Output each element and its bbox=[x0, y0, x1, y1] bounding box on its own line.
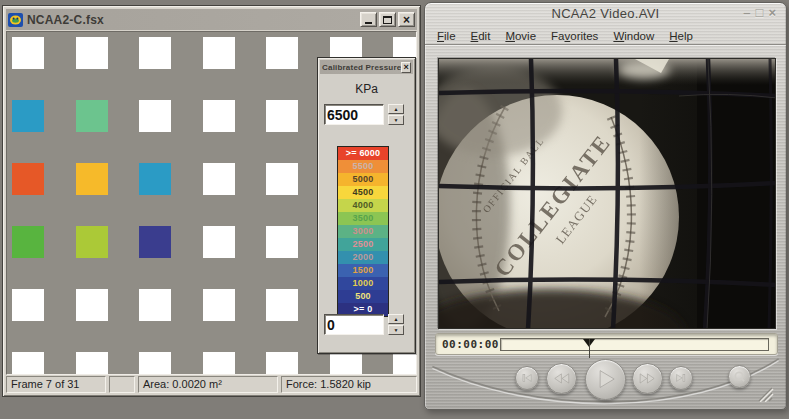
pressure-cell bbox=[76, 352, 108, 375]
pressure-cell bbox=[139, 352, 171, 375]
min-pressure-row: ▲ ▼ bbox=[324, 314, 404, 335]
pressure-cell bbox=[12, 37, 44, 69]
menu-bar: FileEditMovieFavoritesWindowHelp bbox=[425, 27, 786, 45]
arrow-up-icon: ▲ bbox=[394, 316, 399, 322]
fast-forward-icon bbox=[637, 368, 658, 389]
scale-row: 2000 bbox=[338, 251, 388, 264]
quicktime-icon bbox=[732, 369, 747, 384]
pressure-cell bbox=[139, 100, 171, 132]
status-area: Area: 0.0020 m² bbox=[138, 376, 278, 393]
scale-row: 3000 bbox=[338, 225, 388, 238]
scale-row: 2500 bbox=[338, 238, 388, 251]
arrow-down-icon: ▼ bbox=[394, 117, 399, 123]
play-button[interactable] bbox=[585, 359, 626, 400]
pressure-cell bbox=[139, 37, 171, 69]
pressure-scale: >= 6000550050004500400035003000250020001… bbox=[337, 146, 389, 317]
player-window-controls: – □ × bbox=[743, 6, 776, 20]
arrow-down-icon: ▼ bbox=[394, 327, 399, 333]
player-resize-grip-icon[interactable] bbox=[752, 387, 774, 402]
close-icon: × bbox=[404, 62, 409, 72]
arrow-up-icon: ▲ bbox=[394, 106, 399, 112]
pressure-cell bbox=[393, 352, 417, 375]
pressure-cell bbox=[266, 352, 298, 375]
fast-forward-button[interactable] bbox=[632, 363, 663, 394]
scale-row: 4500 bbox=[338, 186, 388, 199]
pressure-cell bbox=[266, 226, 298, 258]
maximize-icon[interactable]: □ bbox=[756, 6, 764, 20]
scale-row: 1000 bbox=[338, 277, 388, 290]
transport-controls bbox=[425, 355, 786, 409]
minimize-icon bbox=[365, 22, 372, 24]
menu-help[interactable]: Help bbox=[669, 30, 693, 42]
menu-window[interactable]: Window bbox=[613, 30, 654, 42]
status-force: Force: 1.5820 kip bbox=[281, 376, 417, 393]
pressure-cell bbox=[12, 163, 44, 195]
pressure-cell bbox=[203, 100, 235, 132]
pressure-cell bbox=[12, 289, 44, 321]
app-icon bbox=[8, 12, 24, 28]
pressure-cell bbox=[139, 289, 171, 321]
unit-label: KPa bbox=[318, 82, 415, 96]
pressure-cell bbox=[76, 226, 108, 258]
timeline-track[interactable] bbox=[500, 338, 769, 351]
rewind-icon bbox=[551, 368, 572, 389]
timeline-strip: 00:00:00 bbox=[435, 333, 778, 355]
minimize-button[interactable] bbox=[360, 12, 377, 27]
max-spin-down-button[interactable]: ▼ bbox=[388, 115, 404, 125]
palette-close-button[interactable]: × bbox=[401, 62, 411, 73]
pressure-cell bbox=[12, 352, 44, 375]
pressure-cell bbox=[76, 100, 108, 132]
minimize-icon[interactable]: – bbox=[743, 6, 750, 20]
next-icon bbox=[673, 370, 689, 386]
maximize-button[interactable] bbox=[379, 12, 396, 27]
palette-titlebar[interactable]: Calibrated Pressure × bbox=[320, 60, 413, 74]
pressure-cell bbox=[12, 100, 44, 132]
timecode: 00:00:00 bbox=[442, 338, 498, 351]
menu-edit[interactable]: Edit bbox=[471, 30, 491, 42]
scale-row: 1500 bbox=[338, 264, 388, 277]
calibrated-pressure-window: Calibrated Pressure × KPa ▲ ▼ >= 6000550… bbox=[317, 57, 416, 354]
scale-row: 5500 bbox=[338, 160, 388, 173]
pressure-cell bbox=[203, 163, 235, 195]
quicktime-button[interactable] bbox=[728, 365, 751, 388]
pressure-window-title: NCAA2-C.fsx bbox=[27, 13, 357, 27]
previous-button[interactable] bbox=[515, 366, 539, 390]
palette-title: Calibrated Pressure bbox=[322, 63, 401, 72]
max-pressure-row: ▲ ▼ bbox=[324, 104, 404, 125]
next-button[interactable] bbox=[669, 366, 693, 390]
pressure-cell bbox=[203, 37, 235, 69]
scale-row: >= 6000 bbox=[338, 147, 388, 160]
pressure-cell bbox=[203, 226, 235, 258]
status-frame: Frame 7 of 31 bbox=[6, 376, 106, 393]
close-icon[interactable]: × bbox=[768, 6, 776, 20]
pressure-cell bbox=[203, 352, 235, 375]
min-spin-down-button[interactable]: ▼ bbox=[388, 325, 404, 335]
min-spin-up-button[interactable]: ▲ bbox=[388, 314, 404, 324]
rewind-button[interactable] bbox=[546, 363, 577, 394]
menu-movie[interactable]: Movie bbox=[505, 30, 536, 42]
menu-file[interactable]: File bbox=[437, 30, 456, 42]
playhead-marker[interactable] bbox=[583, 339, 595, 347]
scale-row: 500 bbox=[338, 290, 388, 303]
play-icon bbox=[591, 365, 619, 393]
max-pressure-input[interactable] bbox=[324, 104, 384, 125]
pressure-cell bbox=[266, 37, 298, 69]
pressure-cell bbox=[330, 352, 362, 375]
pressure-cell bbox=[266, 100, 298, 132]
pressure-titlebar[interactable]: NCAA2-C.fsx × bbox=[6, 9, 417, 30]
pressure-cell bbox=[203, 289, 235, 321]
video-display: OFFICIAL BALL COLLEGIATE LEAGUE bbox=[438, 58, 776, 329]
pressure-cell bbox=[139, 226, 171, 258]
close-icon: × bbox=[403, 15, 410, 25]
min-pressure-input[interactable] bbox=[324, 314, 384, 335]
max-spin-up-button[interactable]: ▲ bbox=[388, 104, 404, 114]
pressure-cell bbox=[76, 289, 108, 321]
close-button[interactable]: × bbox=[398, 12, 415, 27]
player-window-title: NCAA2 Video.AVI bbox=[425, 6, 786, 22]
maximize-icon bbox=[383, 16, 392, 24]
menu-favorites[interactable]: Favorites bbox=[551, 30, 598, 42]
previous-icon bbox=[519, 370, 535, 386]
status-bar: Frame 7 of 31 Area: 0.0020 m² Force: 1.5… bbox=[6, 376, 417, 393]
pressure-cell bbox=[266, 163, 298, 195]
pressure-cell bbox=[76, 37, 108, 69]
